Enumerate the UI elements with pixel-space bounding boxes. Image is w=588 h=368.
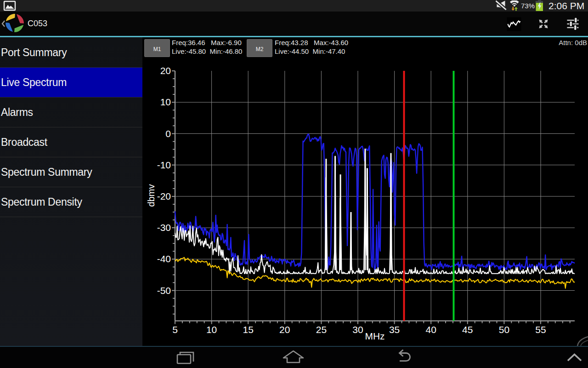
svg-text:45: 45 bbox=[462, 324, 473, 335]
svg-text:10: 10 bbox=[206, 324, 217, 335]
svg-text:35: 35 bbox=[389, 324, 400, 335]
svg-text:15: 15 bbox=[243, 324, 254, 335]
svg-text:0: 0 bbox=[165, 128, 171, 139]
svg-text:dbmv: dbmv bbox=[146, 184, 156, 207]
svg-text:10: 10 bbox=[160, 97, 171, 107]
svg-text:30: 30 bbox=[352, 324, 363, 335]
svg-text:20: 20 bbox=[160, 65, 171, 76]
svg-text:MHz: MHz bbox=[365, 331, 384, 341]
svg-text:-30: -30 bbox=[157, 222, 171, 233]
svg-text:40: 40 bbox=[426, 324, 436, 335]
svg-text:-10: -10 bbox=[157, 160, 171, 170]
svg-text:20: 20 bbox=[279, 324, 290, 335]
svg-text:50: 50 bbox=[499, 324, 509, 335]
svg-text:55: 55 bbox=[535, 324, 546, 335]
svg-text:-20: -20 bbox=[157, 191, 171, 201]
svg-text:-40: -40 bbox=[157, 253, 171, 264]
svg-text:25: 25 bbox=[316, 324, 327, 335]
svg-text:5: 5 bbox=[172, 324, 178, 335]
svg-text:-50: -50 bbox=[157, 285, 171, 296]
